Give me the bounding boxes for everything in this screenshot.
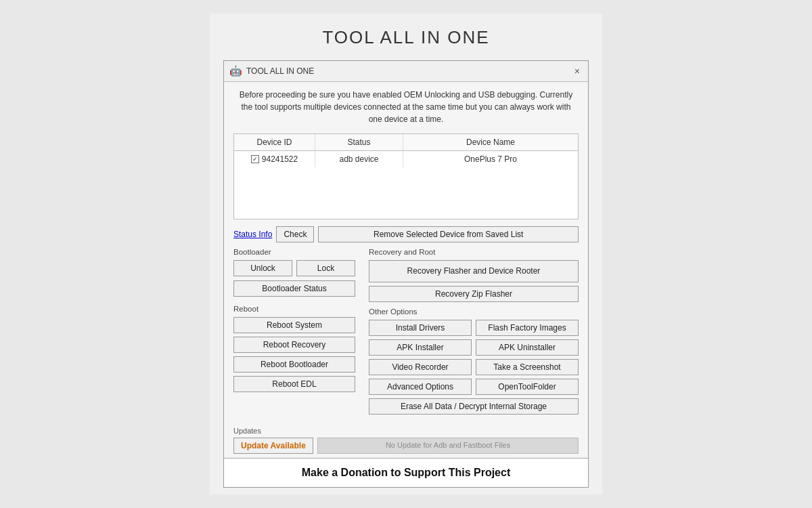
col-device-id: Device ID [234, 134, 315, 150]
no-update-label: No Update for Adb and Fastboot Files [317, 438, 579, 454]
update-available-button[interactable]: Update Available [233, 438, 313, 454]
unlock-button[interactable]: Unlock [233, 260, 292, 276]
reboot-edl-button[interactable]: Reboot EDL [233, 376, 355, 392]
reboot-bootloader-button[interactable]: Reboot Bootloader [233, 356, 355, 373]
recovery-flasher-button[interactable]: Recovery Flasher and Device Rooter [369, 260, 579, 283]
page-wrapper: TOOL ALL IN ONE 🤖 TOOL ALL IN ONE × Befo… [210, 14, 602, 495]
flash-factory-button[interactable]: Flash Factory Images [476, 320, 579, 336]
install-drivers-button[interactable]: Install Drivers [369, 320, 472, 336]
title-bar-left: 🤖 TOOL ALL IN ONE [229, 65, 314, 77]
check-button[interactable]: Check [276, 226, 314, 242]
table-row[interactable]: ✓ 94241522 adb device OnePlus 7 Pro [234, 151, 578, 219]
left-panel: Bootloader Unlock Lock Bootloader Status… [233, 248, 355, 421]
lock-button[interactable]: Lock [296, 260, 355, 276]
cell-status: adb device [315, 151, 403, 167]
other-options-group: Install Drivers Flash Factory Images APK… [369, 320, 579, 415]
main-content: Bootloader Unlock Lock Bootloader Status… [224, 248, 588, 425]
title-bar: 🤖 TOOL ALL IN ONE × [224, 61, 588, 82]
cell-device-id: ✓ 94241522 [234, 151, 315, 167]
remove-device-button[interactable]: Remove Selected Device from Saved List [318, 226, 579, 242]
reboot-group: Reboot System Reboot Recovery Reboot Boo… [233, 317, 355, 392]
advanced-options-button[interactable]: Advanced Options [369, 379, 472, 395]
screenshot-button[interactable]: Take a Screenshot [476, 359, 579, 375]
recovery-group: Recovery Flasher and Device Rooter Recov… [369, 260, 579, 303]
info-text: Before proceeding be sure you have enabl… [224, 82, 588, 133]
updates-label: Updates [233, 427, 579, 435]
col-device-name: Device Name [403, 134, 578, 150]
col-status: Status [315, 134, 403, 150]
erase-data-button[interactable]: Erase All Data / Decrypt Internal Storag… [369, 398, 579, 415]
apk-uninstaller-button[interactable]: APK Uninstaller [476, 339, 579, 356]
updates-row: Update Available No Update for Adb and F… [233, 438, 579, 454]
title-bar-text: TOOL ALL IN ONE [246, 66, 314, 76]
video-recorder-button[interactable]: Video Recorder [369, 359, 472, 375]
cell-device-name: OnePlus 7 Pro [403, 151, 578, 167]
device-table: Device ID Status Device Name ✓ 94241522 … [233, 133, 579, 219]
donation-text: Make a Donation to Support This Project [302, 467, 510, 478]
recovery-root-label: Recovery and Root [369, 248, 579, 256]
recovery-zip-button[interactable]: Recovery Zip Flasher [369, 286, 579, 302]
right-panel: Recovery and Root Recovery Flasher and D… [369, 248, 579, 421]
other-options-label: Other Options [369, 308, 579, 316]
bootloader-label: Bootloader [233, 248, 355, 256]
action-row: Status Info Check Remove Selected Device… [224, 226, 588, 248]
android-icon: 🤖 [229, 65, 242, 77]
bootloader-status-button[interactable]: Bootloader Status [233, 280, 355, 297]
reboot-system-button[interactable]: Reboot System [233, 317, 355, 333]
reboot-label: Reboot [233, 305, 355, 313]
updates-section: Updates Update Available No Update for A… [224, 424, 588, 458]
close-button[interactable]: × [572, 66, 583, 76]
donation-bar[interactable]: Make a Donation to Support This Project [224, 458, 588, 487]
reboot-recovery-button[interactable]: Reboot Recovery [233, 337, 355, 353]
open-tool-folder-button[interactable]: OpenToolFolder [476, 379, 579, 395]
apk-installer-button[interactable]: APK Installer [369, 339, 472, 356]
tool-window: 🤖 TOOL ALL IN ONE × Before proceeding be… [223, 60, 589, 488]
status-info-link[interactable]: Status Info [233, 230, 272, 239]
table-header: Device ID Status Device Name [234, 134, 578, 151]
page-title: TOOL ALL IN ONE [322, 27, 489, 48]
device-checkbox[interactable]: ✓ [251, 155, 259, 163]
